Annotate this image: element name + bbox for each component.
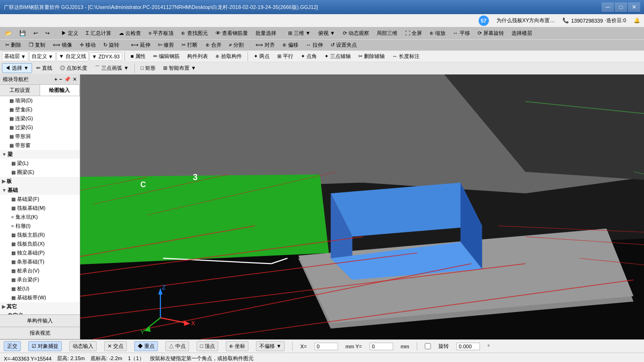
two-pts-btn[interactable]: ✦ 两点: [250, 51, 273, 61]
nav-plus-btn[interactable]: +: [54, 76, 57, 82]
zdyx-dropdown[interactable]: ▼ ZDYX-93: [90, 52, 122, 61]
nav-tree[interactable]: ▦ 墙洞(D) ▦ 壁龛(E) ▦ 连梁(G) ▦ 过梁(G) ▦: [0, 96, 80, 314]
single-comp-btn[interactable]: 单构件输入: [0, 315, 80, 327]
select-floor-btn[interactable]: 选择楼层: [508, 28, 536, 38]
tree-item-fabanjin[interactable]: ▦ 筏板负筋(X): [0, 239, 80, 248]
dynamic-obs-btn[interactable]: ⟳ 动态观察: [339, 28, 372, 38]
keypoint-btn[interactable]: ◆ 重点: [134, 341, 158, 351]
tree-group-jichu[interactable]: ▼ 基础: [0, 186, 80, 195]
tree-item-duli[interactable]: ▦ 独立基础(P): [0, 248, 80, 257]
move-btn[interactable]: ✛ 移动: [76, 40, 99, 50]
pan-btn[interactable]: ↔ 平移: [450, 28, 473, 38]
report-btn[interactable]: 报表视览: [0, 327, 80, 339]
coord-btn[interactable]: ⊕ 坐标: [226, 341, 248, 351]
expand-liang[interactable]: ▼: [2, 152, 7, 157]
define-btn[interactable]: ▶ 定义: [58, 28, 82, 38]
maximize-button[interactable]: □: [615, 2, 627, 12]
undo-btn[interactable]: ↩: [30, 29, 41, 38]
tree-item-fabanzhujin[interactable]: ▦ 筏板主筋(R): [0, 230, 80, 239]
trim-btn[interactable]: ✄ 修剪: [155, 40, 177, 50]
nav-tab-project[interactable]: 工程设置: [0, 85, 40, 96]
stretch-btn[interactable]: ↔ 拉伸: [303, 40, 326, 50]
redo-btn[interactable]: ↪: [42, 29, 53, 38]
add-length-btn[interactable]: ◎ 点加长度: [57, 63, 91, 73]
delete-btn[interactable]: ✂ 删除: [2, 40, 25, 50]
tree-item-lianliang[interactable]: ▦ 连梁(G): [0, 114, 80, 123]
open-btn[interactable]: 📂: [2, 29, 15, 38]
tree-item-tiaoxing[interactable]: ▦ 条形基础(T): [0, 257, 80, 266]
tree-item-daixingchuang[interactable]: ▦ 带形窗: [0, 141, 80, 150]
nav-minus-btn[interactable]: −: [59, 76, 62, 82]
minimize-button[interactable]: ─: [602, 2, 614, 12]
set-grip-btn[interactable]: ↺ 设置夹点: [327, 40, 360, 50]
y-input[interactable]: [370, 343, 393, 350]
expand-jichu[interactable]: ▼: [2, 188, 7, 193]
line-tool-btn[interactable]: ✏ 直线: [33, 63, 56, 73]
smart-layout-btn[interactable]: ⊞ 智能布置 ▼: [160, 63, 199, 73]
nav-tab-draw[interactable]: 绘图输入: [40, 85, 80, 96]
len-label-btn[interactable]: ↔ 长度标注: [389, 51, 423, 61]
vertex-btn[interactable]: □ 顶点: [197, 341, 218, 351]
line-define-dropdown[interactable]: ▼ 自定义线: [57, 51, 89, 61]
expand-ban[interactable]: ▶: [2, 179, 6, 184]
tree-item-quanliang[interactable]: ▦ 圈梁(E): [0, 168, 80, 177]
rect-tool-btn[interactable]: □ 矩形: [137, 63, 159, 73]
local-3d-btn[interactable]: 局部三维: [373, 28, 401, 38]
tree-item-zhudun[interactable]: ≈ 柱墩(I): [0, 222, 80, 230]
nav-pin-btn[interactable]: 📌: [64, 76, 71, 82]
orthogonal-btn[interactable]: 正交: [4, 341, 21, 351]
top-view-btn[interactable]: 俯视 ▼: [315, 28, 339, 38]
tree-item-ctliang[interactable]: ▦ 承台梁(F): [0, 275, 80, 284]
tree-item-jichubd[interactable]: ▦ 基础板带(W): [0, 293, 80, 302]
align-btn[interactable]: ⟺ 对齐: [252, 40, 278, 50]
define-dropdown[interactable]: 自定义 ▼: [29, 51, 56, 61]
snap-object-btn[interactable]: ☑ 对象捕捉: [28, 341, 62, 351]
mirror-btn[interactable]: ⟺ 镜像: [50, 40, 75, 50]
bell-icon[interactable]: 🔔: [634, 17, 640, 24]
attr-btn[interactable]: ■ 属性: [127, 51, 149, 61]
zoom-btn[interactable]: ⊕ 缩放: [426, 28, 449, 38]
tree-item-zhuang[interactable]: ▦ 桩(U): [0, 284, 80, 293]
layer-dropdown[interactable]: 基础层 ▼: [2, 51, 28, 61]
edit-rebar-btn[interactable]: ✏ 编辑钢筋: [150, 51, 183, 61]
tree-item-zhuangct[interactable]: ▦ 桩承台(V): [0, 266, 80, 275]
tree-group-zidingyi[interactable]: ▼ 自定义: [0, 311, 80, 314]
tree-item-guoliang[interactable]: ▦ 过梁(G): [0, 123, 80, 132]
midpoint-btn[interactable]: △ 中点: [165, 341, 189, 351]
expand-qita[interactable]: ▶: [2, 304, 6, 309]
tree-item-faban[interactable]: ▦ 筏板基础(M): [0, 204, 80, 213]
align-top-btn[interactable]: ≡ 平齐板顶: [145, 28, 177, 38]
rotate-input[interactable]: [456, 343, 480, 350]
tree-item-bikan[interactable]: ▦ 壁龛(E): [0, 105, 80, 114]
find-elem-btn[interactable]: ⊕ 查找图元: [178, 28, 211, 38]
view-rebar-btn[interactable]: 👁 查看钢筋量: [212, 28, 251, 38]
select-tool-btn[interactable]: ◀ 选择 ▼: [2, 63, 32, 73]
intersection-btn[interactable]: ✕ 交点: [104, 341, 127, 351]
tree-item-qiangdong[interactable]: ▦ 墙洞(D): [0, 96, 80, 105]
tree-item-daixingdong[interactable]: ▦ 带形洞: [0, 132, 80, 141]
save-btn[interactable]: 💾: [16, 29, 29, 38]
cloud-check-btn[interactable]: ☁ 云检查: [116, 28, 144, 38]
3d-btn[interactable]: ⊞ 三维 ▼: [285, 28, 314, 38]
tree-group-qita[interactable]: ▶ 其它: [0, 302, 80, 311]
del-aux-btn[interactable]: ✂ 删除辅轴: [355, 51, 388, 61]
viewport[interactable]: C A1 3 1150 Z X Y: [80, 74, 644, 339]
no-bias-btn[interactable]: 不偏移 ▼: [256, 341, 285, 351]
tree-group-ban[interactable]: ▶ 板: [0, 177, 80, 186]
offset-btn[interactable]: ⊕ 偏移: [279, 40, 302, 50]
tree-item-jishukeng[interactable]: ≈ 集水坑(K): [0, 213, 80, 222]
batch-select-btn[interactable]: 批量选择: [252, 28, 280, 38]
calc-btn[interactable]: Σ 汇总计算: [83, 28, 115, 38]
fullscreen-btn[interactable]: ⛶ 全屏: [402, 28, 425, 38]
three-aux-btn[interactable]: ✦ 三点辅轴: [321, 51, 354, 61]
angle-pt-btn[interactable]: ✦ 点角: [297, 51, 320, 61]
x-input[interactable]: [314, 343, 338, 350]
tree-item-liang-l[interactable]: ▦ 梁(L): [0, 159, 80, 168]
nav-close-btn[interactable]: ✕: [73, 76, 77, 82]
three-arc-btn[interactable]: ⌒ 三点画弧 ▼: [91, 63, 132, 73]
copy-btn[interactable]: ❐ 复制: [25, 40, 49, 50]
comp-list-btn[interactable]: 构件列表: [184, 51, 211, 61]
close-button[interactable]: ✕: [628, 2, 640, 12]
break-btn[interactable]: ✂ 打断: [178, 40, 201, 50]
rotate-checkbox[interactable]: [425, 343, 431, 349]
